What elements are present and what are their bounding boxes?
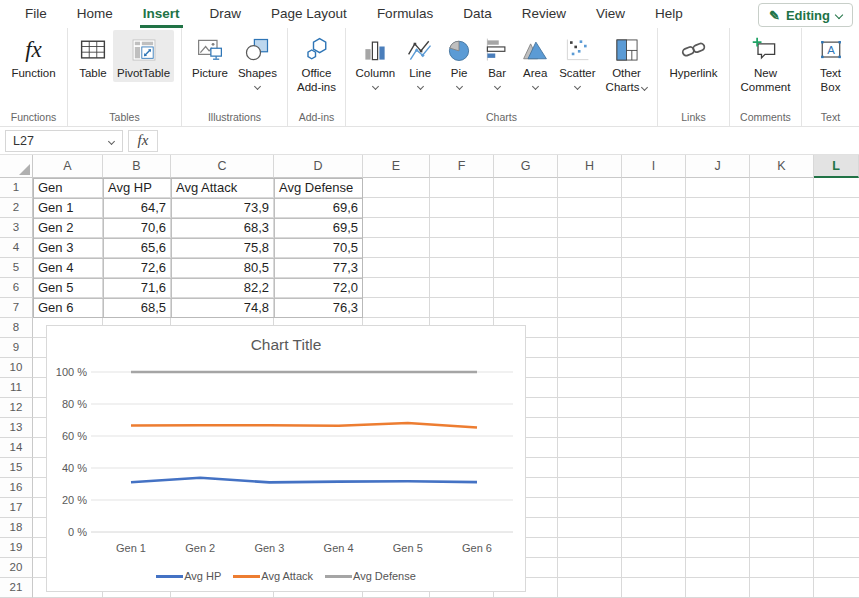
cell-B7[interactable]: 68,5 bbox=[103, 298, 171, 318]
cell-C1[interactable]: Avg Attack bbox=[171, 178, 274, 198]
row-header-19[interactable]: 19 bbox=[0, 538, 33, 558]
shapes-button[interactable]: Shapes bbox=[234, 30, 281, 91]
column-header-C[interactable]: C bbox=[171, 155, 274, 178]
column-header-K[interactable]: K bbox=[750, 155, 814, 178]
table-button[interactable]: Table bbox=[75, 30, 111, 82]
row-header-9[interactable]: 9 bbox=[0, 338, 33, 358]
scatter-button[interactable]: Scatter bbox=[555, 30, 599, 91]
cell-C7[interactable]: 74,8 bbox=[171, 298, 274, 318]
cell-A2[interactable]: Gen 1 bbox=[33, 198, 103, 218]
cell-A7[interactable]: Gen 6 bbox=[33, 298, 103, 318]
row-header-8[interactable]: 8 bbox=[0, 318, 33, 338]
button-label: Other bbox=[612, 67, 641, 80]
bar-button[interactable]: Bar bbox=[479, 30, 515, 91]
hyperlink-button[interactable]: Hyperlink bbox=[666, 30, 722, 82]
column-header-A[interactable]: A bbox=[33, 155, 103, 178]
cell-B3[interactable]: 70,6 bbox=[103, 218, 171, 238]
row-header-12[interactable]: 12 bbox=[0, 398, 33, 418]
row-header-15[interactable]: 15 bbox=[0, 458, 33, 478]
cell-A4[interactable]: Gen 3 bbox=[33, 238, 103, 258]
tab-insert[interactable]: Insert bbox=[128, 0, 195, 28]
editing-button[interactable]: ✎ Editing bbox=[758, 3, 853, 27]
column-header-J[interactable]: J bbox=[686, 155, 750, 178]
cell-B4[interactable]: 65,6 bbox=[103, 238, 171, 258]
pie-button[interactable]: Pie bbox=[441, 30, 477, 91]
select-all-corner[interactable] bbox=[0, 155, 33, 178]
column-header-E[interactable]: E bbox=[363, 155, 430, 178]
ribbon-group-label: Comments bbox=[730, 111, 801, 123]
chart-object[interactable]: Chart Title 0 %20 %40 %60 %80 %100 %Gen … bbox=[46, 325, 526, 592]
column-header-B[interactable]: B bbox=[103, 155, 171, 178]
text-box-button[interactable]: ATextBox bbox=[813, 30, 849, 96]
column-header-H[interactable]: H bbox=[558, 155, 622, 178]
cell-A3[interactable]: Gen 2 bbox=[33, 218, 103, 238]
tab-data[interactable]: Data bbox=[448, 0, 507, 28]
column-header-G[interactable]: G bbox=[494, 155, 558, 178]
line-button[interactable]: Line bbox=[401, 30, 439, 91]
function-button[interactable]: fxFunction bbox=[7, 30, 59, 82]
row-header-14[interactable]: 14 bbox=[0, 438, 33, 458]
cell-D4[interactable]: 70,5 bbox=[274, 238, 363, 258]
column-header-D[interactable]: D bbox=[274, 155, 363, 178]
column-header-L[interactable]: L bbox=[814, 155, 859, 178]
cell-C6[interactable]: 82,2 bbox=[171, 278, 274, 298]
row-header-21[interactable]: 21 bbox=[0, 578, 33, 598]
row-header-18[interactable]: 18 bbox=[0, 518, 33, 538]
formula-input[interactable] bbox=[163, 130, 859, 152]
text-box-icon: A bbox=[817, 33, 845, 66]
x-axis-tick-label: Gen 3 bbox=[254, 542, 284, 554]
cell-C2[interactable]: 73,9 bbox=[171, 198, 274, 218]
cell-C4[interactable]: 75,8 bbox=[171, 238, 274, 258]
column-header-I[interactable]: I bbox=[622, 155, 686, 178]
cell-B1[interactable]: Avg HP bbox=[103, 178, 171, 198]
row-header-11[interactable]: 11 bbox=[0, 378, 33, 398]
cell-D6[interactable]: 72,0 bbox=[274, 278, 363, 298]
new-comment-button[interactable]: NewComment bbox=[737, 30, 795, 96]
row-header-7[interactable]: 7 bbox=[0, 298, 33, 318]
tab-draw[interactable]: Draw bbox=[195, 0, 257, 28]
cell-A5[interactable]: Gen 4 bbox=[33, 258, 103, 278]
cell-D2[interactable]: 69,6 bbox=[274, 198, 363, 218]
row-header-2[interactable]: 2 bbox=[0, 198, 33, 218]
y-axis-tick-label: 100 % bbox=[56, 366, 87, 378]
insert-function-button[interactable]: fx bbox=[128, 130, 158, 152]
cell-C5[interactable]: 80,5 bbox=[171, 258, 274, 278]
row-header-5[interactable]: 5 bbox=[0, 258, 33, 278]
picture-button[interactable]: Picture bbox=[188, 30, 232, 82]
cell-B5[interactable]: 72,6 bbox=[103, 258, 171, 278]
cell-D1[interactable]: Avg Defense bbox=[274, 178, 363, 198]
tab-view[interactable]: View bbox=[581, 0, 640, 28]
button-label: Add-ins bbox=[297, 81, 336, 94]
cell-B6[interactable]: 71,6 bbox=[103, 278, 171, 298]
tab-review[interactable]: Review bbox=[507, 0, 581, 28]
tab-page-layout[interactable]: Page Layout bbox=[256, 0, 362, 28]
pivottable-button[interactable]: PivotTable bbox=[113, 30, 174, 82]
area-button[interactable]: Area bbox=[517, 30, 553, 91]
cell-D7[interactable]: 76,3 bbox=[274, 298, 363, 318]
tab-help[interactable]: Help bbox=[640, 0, 698, 28]
cell-B2[interactable]: 64,7 bbox=[103, 198, 171, 218]
tab-file[interactable]: File bbox=[10, 0, 62, 28]
legend-swatch bbox=[156, 575, 183, 578]
tab-formulas[interactable]: Formulas bbox=[362, 0, 448, 28]
tab-home[interactable]: Home bbox=[62, 0, 128, 28]
row-header-17[interactable]: 17 bbox=[0, 498, 33, 518]
row-header-16[interactable]: 16 bbox=[0, 478, 33, 498]
office-add-ins-button[interactable]: OfficeAdd-ins bbox=[293, 30, 340, 96]
row-header-3[interactable]: 3 bbox=[0, 218, 33, 238]
row-header-6[interactable]: 6 bbox=[0, 278, 33, 298]
cell-D5[interactable]: 77,3 bbox=[274, 258, 363, 278]
name-box[interactable]: L27 bbox=[5, 130, 123, 152]
cell-D3[interactable]: 69,5 bbox=[274, 218, 363, 238]
row-header-20[interactable]: 20 bbox=[0, 558, 33, 578]
cell-A1[interactable]: Gen bbox=[33, 178, 103, 198]
column-header-F[interactable]: F bbox=[430, 155, 494, 178]
row-header-4[interactable]: 4 bbox=[0, 238, 33, 258]
cell-A6[interactable]: Gen 5 bbox=[33, 278, 103, 298]
cell-C3[interactable]: 68,3 bbox=[171, 218, 274, 238]
row-header-10[interactable]: 10 bbox=[0, 358, 33, 378]
other-charts-button[interactable]: OtherCharts bbox=[602, 30, 652, 96]
column-button[interactable]: Column bbox=[352, 30, 400, 91]
row-header-13[interactable]: 13 bbox=[0, 418, 33, 438]
row-header-1[interactable]: 1 bbox=[0, 178, 33, 198]
